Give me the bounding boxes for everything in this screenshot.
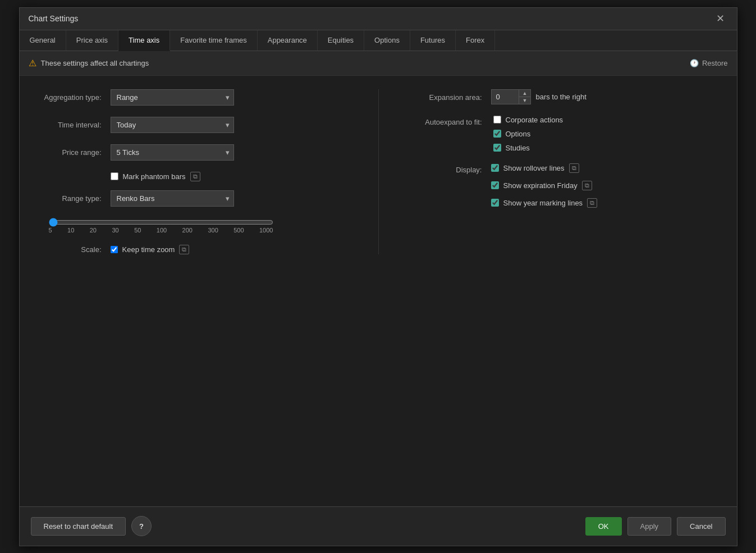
aggregation-type-select[interactable]: Range Tick Volume bbox=[111, 89, 234, 106]
price-range-label: Price range: bbox=[38, 148, 111, 157]
display-row: Display: Show rollover lines ⧉ Show expi… bbox=[401, 163, 719, 208]
mark-phantom-bars-info-icon[interactable]: ⧉ bbox=[190, 172, 200, 181]
tab-options[interactable]: Options bbox=[364, 30, 410, 51]
options-label: Options bbox=[506, 130, 531, 138]
show-rollover-lines-label: Show rollover lines bbox=[503, 164, 565, 172]
restore-icon: 🕐 bbox=[690, 59, 699, 67]
show-expiration-friday-item: Show expiration Friday ⧉ bbox=[491, 181, 598, 190]
show-year-marking-lines-checkbox[interactable] bbox=[491, 199, 499, 207]
options-item: Options bbox=[493, 130, 563, 138]
tab-price-axis[interactable]: Price axis bbox=[66, 30, 118, 51]
price-range-select[interactable]: 5 Ticks 10 Ticks 20 Ticks bbox=[111, 144, 234, 161]
settings-grid: Aggregation type: Range Tick Volume Time… bbox=[38, 89, 719, 254]
tab-equities[interactable]: Equities bbox=[318, 30, 364, 51]
tab-time-axis[interactable]: Time axis bbox=[118, 30, 170, 51]
tabs-bar: General Price axis Time axis Favorite ti… bbox=[20, 30, 737, 51]
autoexpand-checks: Corporate actions Options Studies bbox=[493, 116, 563, 152]
restore-label: Restore bbox=[702, 59, 728, 67]
show-rollover-lines-checkbox[interactable] bbox=[491, 164, 499, 172]
footer-right: OK Apply Cancel bbox=[585, 517, 726, 536]
apply-button[interactable]: Apply bbox=[627, 517, 672, 536]
show-expiration-friday-checkbox[interactable] bbox=[491, 181, 499, 189]
expansion-up-btn[interactable]: ▲ bbox=[519, 90, 531, 97]
year-marking-lines-info-icon[interactable]: ⧉ bbox=[587, 198, 597, 208]
keep-time-zoom-info-icon[interactable]: ⧉ bbox=[179, 245, 189, 254]
corporate-actions-label: Corporate actions bbox=[506, 116, 563, 124]
tab-forex[interactable]: Forex bbox=[456, 30, 495, 51]
ok-button[interactable]: OK bbox=[585, 517, 622, 536]
expansion-area-row: Expansion area: ▲ ▼ bars to the right bbox=[401, 89, 719, 104]
rollover-lines-info-icon[interactable]: ⧉ bbox=[569, 163, 579, 173]
price-range-row: Price range: 5 Ticks 10 Ticks 20 Ticks bbox=[38, 144, 356, 161]
right-panel: Expansion area: ▲ ▼ bars to the right Au… bbox=[378, 89, 719, 254]
range-type-row: Range type: Renko Bars Classic Swing bbox=[38, 190, 356, 207]
show-year-marking-lines-item: Show year marking lines ⧉ bbox=[491, 198, 598, 208]
time-interval-select-wrapper: Today 1 Day 1 Week bbox=[111, 117, 234, 133]
warning-text: These settings affect all chartings bbox=[41, 59, 149, 67]
corporate-actions-item: Corporate actions bbox=[493, 116, 563, 124]
options-checkbox[interactable] bbox=[493, 130, 501, 138]
range-slider[interactable] bbox=[49, 218, 273, 227]
aggregation-type-row: Aggregation type: Range Tick Volume bbox=[38, 89, 356, 106]
tab-appearance[interactable]: Appearance bbox=[258, 30, 318, 51]
show-year-marking-lines-label: Show year marking lines bbox=[503, 199, 583, 207]
content-area: Aggregation type: Range Tick Volume Time… bbox=[20, 76, 737, 506]
title-bar: Chart Settings ✕ bbox=[20, 8, 737, 30]
studies-label: Studies bbox=[506, 144, 530, 152]
mark-phantom-bars-checkbox[interactable] bbox=[111, 172, 118, 180]
time-interval-row: Time interval: Today 1 Day 1 Week bbox=[38, 117, 356, 133]
expiration-friday-info-icon[interactable]: ⧉ bbox=[582, 181, 592, 190]
expansion-area-label: Expansion area: bbox=[401, 92, 491, 102]
reset-to-chart-default-button[interactable]: Reset to chart default bbox=[31, 517, 126, 536]
expansion-down-btn[interactable]: ▼ bbox=[519, 97, 531, 104]
warning-icon: ⚠ bbox=[29, 58, 36, 68]
keep-time-zoom-checkbox[interactable] bbox=[111, 246, 118, 253]
scale-row: Scale: Keep time zoom ⧉ bbox=[38, 245, 356, 254]
warning-bar: ⚠ These settings affect all chartings 🕐 … bbox=[20, 51, 737, 76]
footer-left: Reset to chart default ? bbox=[31, 516, 152, 536]
expansion-area-input[interactable] bbox=[491, 89, 519, 104]
display-label: Display: bbox=[401, 163, 491, 174]
left-panel: Aggregation type: Range Tick Volume Time… bbox=[38, 89, 378, 254]
restore-button[interactable]: 🕐 Restore bbox=[690, 59, 728, 67]
time-interval-select[interactable]: Today 1 Day 1 Week bbox=[111, 117, 234, 133]
show-rollover-lines-item: Show rollover lines ⧉ bbox=[491, 163, 598, 173]
slider-wrapper: 5 10 20 30 50 100 200 300 500 1000 bbox=[43, 218, 356, 234]
slider-labels: 5 10 20 30 50 100 200 300 500 1000 bbox=[49, 227, 273, 234]
display-checks: Show rollover lines ⧉ Show expiration Fr… bbox=[491, 163, 598, 208]
studies-checkbox[interactable] bbox=[493, 144, 501, 152]
range-type-select[interactable]: Renko Bars Classic Swing bbox=[111, 190, 234, 207]
help-button[interactable]: ? bbox=[131, 516, 152, 536]
corporate-actions-checkbox[interactable] bbox=[493, 116, 501, 124]
dialog-title: Chart Settings bbox=[29, 14, 79, 23]
show-expiration-friday-label: Show expiration Friday bbox=[503, 181, 578, 190]
studies-item: Studies bbox=[493, 144, 563, 152]
mark-phantom-bars-label: Mark phantom bars bbox=[123, 172, 186, 181]
mark-phantom-bars-row: Mark phantom bars ⧉ bbox=[111, 172, 356, 181]
autoexpand-row: Autoexpand to fit: Corporate actions Opt… bbox=[401, 116, 719, 152]
tab-favorite-time-frames[interactable]: Favorite time frames bbox=[170, 30, 257, 51]
autoexpand-label: Autoexpand to fit: bbox=[401, 116, 491, 126]
slider-section: 5 10 20 30 50 100 200 300 500 1000 bbox=[38, 218, 356, 234]
price-range-select-wrapper: 5 Ticks 10 Ticks 20 Ticks bbox=[111, 144, 234, 161]
range-type-label: Range type: bbox=[38, 194, 111, 203]
aggregation-type-label: Aggregation type: bbox=[38, 93, 111, 102]
tab-futures[interactable]: Futures bbox=[410, 30, 456, 51]
chart-settings-dialog: Chart Settings ✕ General Price axis Time… bbox=[19, 7, 737, 546]
range-type-select-wrapper: Renko Bars Classic Swing bbox=[111, 190, 234, 207]
bars-to-right-label: bars to the right bbox=[535, 93, 586, 101]
keep-time-zoom-label: Keep time zoom bbox=[122, 245, 175, 254]
time-interval-label: Time interval: bbox=[38, 121, 111, 129]
footer: Reset to chart default ? OK Apply Cancel bbox=[20, 506, 737, 546]
scale-label: Scale: bbox=[38, 245, 111, 254]
cancel-button[interactable]: Cancel bbox=[677, 517, 725, 536]
tab-general[interactable]: General bbox=[20, 30, 66, 51]
aggregation-type-select-wrapper: Range Tick Volume bbox=[111, 89, 234, 106]
close-button[interactable]: ✕ bbox=[713, 11, 728, 26]
